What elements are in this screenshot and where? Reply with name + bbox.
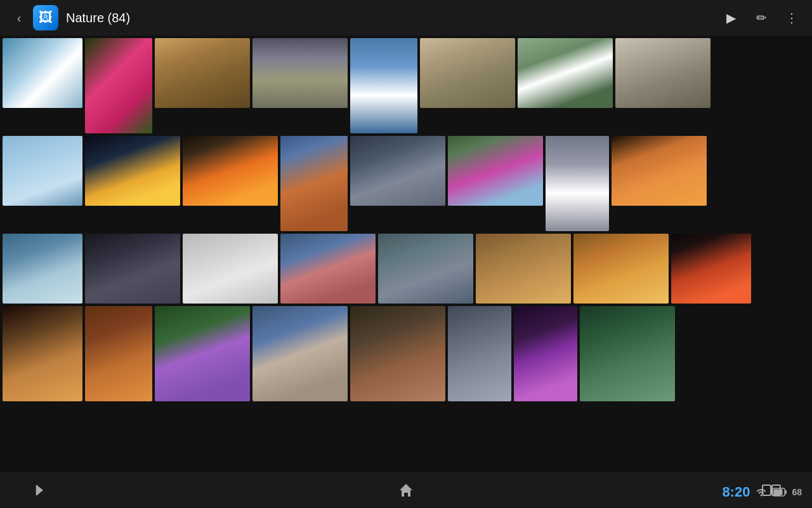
time-display: 8:20: [722, 484, 750, 500]
photo-item[interactable]: [615, 38, 710, 108]
photo-item[interactable]: [518, 38, 613, 108]
photo-row-1: [3, 38, 809, 133]
photo-item[interactable]: [85, 306, 152, 401]
photo-item[interactable]: [580, 306, 675, 401]
photo-item[interactable]: [476, 234, 571, 304]
wifi-icon: [755, 487, 768, 497]
app-icon: 🖼: [33, 5, 58, 30]
photo-item[interactable]: [183, 234, 278, 304]
photo-item[interactable]: [448, 136, 543, 206]
more-button[interactable]: ⋮: [779, 5, 804, 30]
bottom-nav: 8:20 68: [0, 472, 812, 508]
photo-row-2: [3, 136, 809, 231]
photo-item[interactable]: [183, 136, 278, 206]
battery-icon: [773, 488, 787, 497]
photo-item[interactable]: [671, 234, 751, 304]
photo-item[interactable]: [85, 38, 152, 133]
play-icon: ▶: [726, 10, 736, 25]
photo-item[interactable]: [546, 136, 609, 231]
svg-rect-3: [785, 490, 787, 494]
back-button[interactable]: ‹: [8, 6, 30, 29]
edit-icon: ✏: [756, 10, 767, 25]
svg-rect-4: [774, 490, 783, 495]
photo-row-3: [3, 234, 809, 304]
status-bar: 8:20 68: [722, 484, 802, 500]
topbar-actions: ▶ ✏ ⋮: [718, 5, 804, 30]
back-nav-icon: [32, 481, 49, 499]
photo-item[interactable]: [85, 136, 180, 206]
page-title: Nature (84): [66, 11, 718, 25]
photo-item[interactable]: [155, 38, 250, 108]
photo-item[interactable]: [155, 306, 250, 401]
photo-item[interactable]: [85, 234, 180, 304]
home-nav-icon: [397, 481, 415, 499]
photo-item[interactable]: [280, 136, 348, 231]
photo-item[interactable]: [252, 38, 348, 108]
photo-item[interactable]: [3, 306, 82, 401]
photo-item[interactable]: [3, 136, 82, 206]
photo-item[interactable]: [280, 234, 376, 304]
photo-item[interactable]: [378, 234, 473, 304]
battery-text: 68: [792, 487, 802, 497]
photo-item[interactable]: [3, 38, 82, 108]
play-button[interactable]: ▶: [718, 5, 743, 30]
top-bar: ‹ 🖼 Nature (84) ▶ ✏ ⋮: [0, 0, 812, 36]
edit-button[interactable]: ✏: [749, 5, 774, 30]
photo-item[interactable]: [350, 136, 445, 206]
photo-item[interactable]: [514, 306, 577, 401]
photo-item[interactable]: [3, 234, 82, 304]
photo-item[interactable]: [350, 306, 445, 401]
photo-row-4: [3, 306, 809, 401]
photo-item[interactable]: [252, 306, 348, 401]
photo-item[interactable]: [612, 136, 707, 206]
photo-grid: [0, 36, 812, 472]
photo-item[interactable]: [573, 234, 669, 304]
back-icon: ‹: [17, 11, 22, 25]
photo-item[interactable]: [448, 306, 511, 401]
back-nav-button[interactable]: [25, 478, 56, 503]
photo-item[interactable]: [420, 38, 515, 108]
more-icon: ⋮: [785, 10, 798, 25]
home-nav-button[interactable]: [391, 478, 421, 503]
photo-item[interactable]: [350, 38, 417, 133]
